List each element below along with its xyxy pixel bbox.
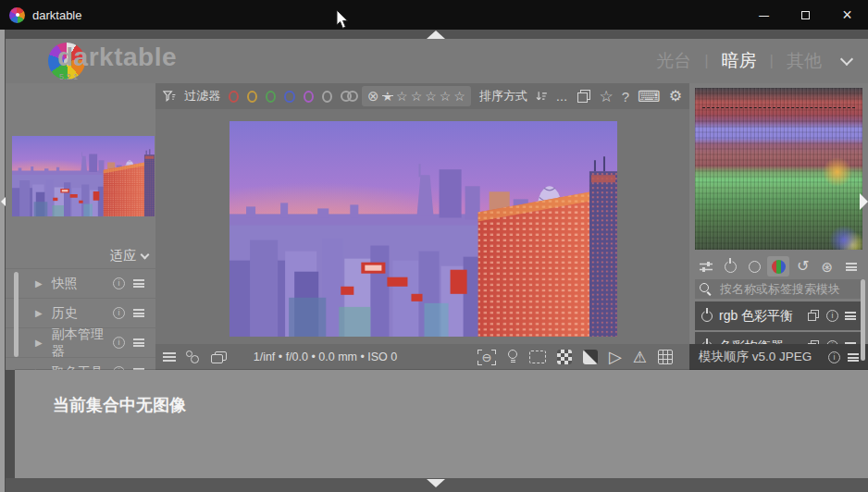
expand-arrow-icon: ▶ [35,338,43,348]
color-label-blue[interactable] [284,91,294,103]
panel-duplicate-manager[interactable]: ▶ 副本管理器 i [6,327,155,357]
color-label-green[interactable] [266,91,276,103]
group-color-rgb-icon[interactable] [767,256,789,277]
panel-label: 历史 [52,305,113,322]
filter-label: 过滤器 [184,88,220,105]
star-3-icon[interactable]: ☆ [425,89,437,104]
module-search-input[interactable] [718,281,858,297]
color-label-purple[interactable] [304,91,314,103]
view-separator: | [770,52,774,70]
module-color-balance-rgb[interactable]: rgb 色彩平衡 i [695,301,862,330]
left-panel: 适应 ▶ 快照 i ▶ 历史 i ▶ 副本管理器 i ▶ 取色工具 i [6,83,155,370]
focus-peaking-icon[interactable]: ⊖ [477,350,496,365]
panel-history[interactable]: ▶ 历史 i [6,298,155,327]
group-correct-loop-icon[interactable]: ↺ [792,256,814,277]
sort-order-icon[interactable] [536,90,548,103]
shortcuts-keyboard-icon[interactable]: ⌨ [638,89,661,105]
softproof-play-icon[interactable]: ▷ [609,349,622,365]
star-5-icon[interactable]: ☆ [453,89,465,104]
overexposed-checker-icon[interactable] [557,350,572,364]
close-button[interactable]: × [826,0,868,30]
navigation-thumbnail[interactable] [12,136,155,216]
module-label: rgb 色彩平衡 [719,308,801,325]
rating-filter: ⊗ ★ ☆ ☆ ☆ ☆ ☆ [362,86,471,106]
edited-photo[interactable] [229,121,617,337]
app-name: darktable [57,43,177,72]
maximize-button[interactable] [785,0,826,30]
darktable-logo-icon [9,7,25,23]
info-icon[interactable]: i [113,307,125,319]
presets-menu-icon[interactable] [133,338,144,347]
panel-snapshots[interactable]: ▶ 快照 i [6,268,155,298]
title-bar[interactable]: darktable ─ × [0,0,868,30]
color-label-red[interactable] [229,91,239,103]
left-panel-scrollbar[interactable] [14,272,19,357]
zoom-mode-dropdown[interactable]: 适应 [110,248,148,264]
group-power-icon[interactable] [719,256,741,277]
raw-overexposed-icon[interactable] [529,351,546,363]
expand-arrow-icon: ▶ [35,278,43,289]
active-modules-sliders-icon[interactable] [695,256,717,277]
darktable-window: darktable ─ × darktable 5.2.1 光台 | 暗房 | … [0,0,868,492]
grouping-icon[interactable] [577,90,591,104]
tab-lighttable[interactable]: 光台 [656,49,691,73]
module-order-label: 模块顺序 v5.0 JPEG [699,349,821,365]
gamut-warning-icon[interactable]: ⚠ [633,350,647,365]
info-icon[interactable]: i [828,351,840,363]
overlays-star-icon[interactable]: ☆ [600,87,614,106]
app-version: 5.2.1 [59,72,78,81]
help-button[interactable]: ? [622,89,629,105]
color-label-toggle-icon[interactable] [341,91,353,102]
panel-label: 副本管理器 [52,326,113,360]
darkroom-canvas[interactable] [155,109,689,344]
guides-grid-icon[interactable] [658,350,673,364]
info-icon[interactable]: i [113,337,125,349]
module-order-bar[interactable]: 模块顺序 v5.0 JPEG i [689,344,868,370]
presets-menu-icon[interactable] [133,309,144,317]
group-effects-icon[interactable]: ⊛ [816,256,838,277]
multi-instance-icon[interactable] [808,310,820,322]
presets-menu-icon[interactable] [133,279,144,288]
group-base-circle-icon[interactable] [743,256,765,277]
empty-collection-message: 当前集合中无图像 [53,394,186,416]
clipping-warning-icon[interactable] [583,350,598,364]
bottom-toolbar: 1/inf • f/0.0 • 0.0 mm • ISO 0 ⊖ ▷ ⚠ [155,344,689,370]
waveform-scope[interactable] [695,88,862,250]
right-panel-collapse-icon[interactable] [860,193,868,210]
module-group-row: ↺ ⊛ [695,255,862,277]
star-zero-icon[interactable]: ★ [382,89,394,104]
color-label-yellow[interactable] [247,91,257,103]
presets-menu-icon[interactable] [848,353,859,362]
module-power-icon[interactable] [701,311,713,322]
group-presets-menu-icon[interactable] [840,256,862,277]
filmstrip-panel[interactable]: 当前集合中无图像 [15,370,868,478]
view-switcher: 光台 | 暗房 | 其他 [656,39,851,83]
tab-darkroom[interactable]: 暗房 [722,49,757,73]
preferences-gear-icon[interactable]: ⚙ [669,89,682,104]
zoom-mode-value: 适应 [110,248,136,264]
top-toolbar: 过滤器 ⊗ ★ ☆ ☆ ☆ ☆ ☆ 排序方式 … ☆ ? ⌨ ⚙ [155,83,689,109]
module-search[interactable] [695,279,862,299]
zoom-chevron-down-icon [141,250,150,259]
right-panel-scrollbar[interactable] [861,279,865,361]
filter-funnel-icon[interactable] [163,89,176,104]
panel-label: 快照 [52,276,113,292]
panel-color-picker[interactable]: ▶ 取色工具 i [6,357,155,370]
color-assessment-bulb-icon[interactable] [507,350,518,364]
color-label-none[interactable] [322,91,332,103]
minimize-button[interactable]: ─ [743,0,785,30]
right-panel: ↺ ⊛ rgb 色彩平衡 i 色彩均衡器 i [689,83,868,370]
bottom-panel-expander-icon[interactable] [427,479,445,487]
filmstrip-left-gutter [6,370,15,478]
star-4-icon[interactable]: ☆ [440,89,452,104]
reset-icon[interactable]: i [826,310,838,322]
star-2-icon[interactable]: ☆ [411,89,423,104]
views-chevron-down-icon[interactable] [840,52,853,65]
tab-other[interactable]: 其他 [787,49,822,73]
more-options-label[interactable]: … [556,90,569,104]
top-panel-expander-icon[interactable] [427,31,445,39]
module-presets-icon[interactable] [845,312,856,320]
reject-icon[interactable]: ⊗ [367,88,379,105]
info-icon[interactable]: i [113,277,125,289]
star-1-icon[interactable]: ☆ [396,89,408,104]
